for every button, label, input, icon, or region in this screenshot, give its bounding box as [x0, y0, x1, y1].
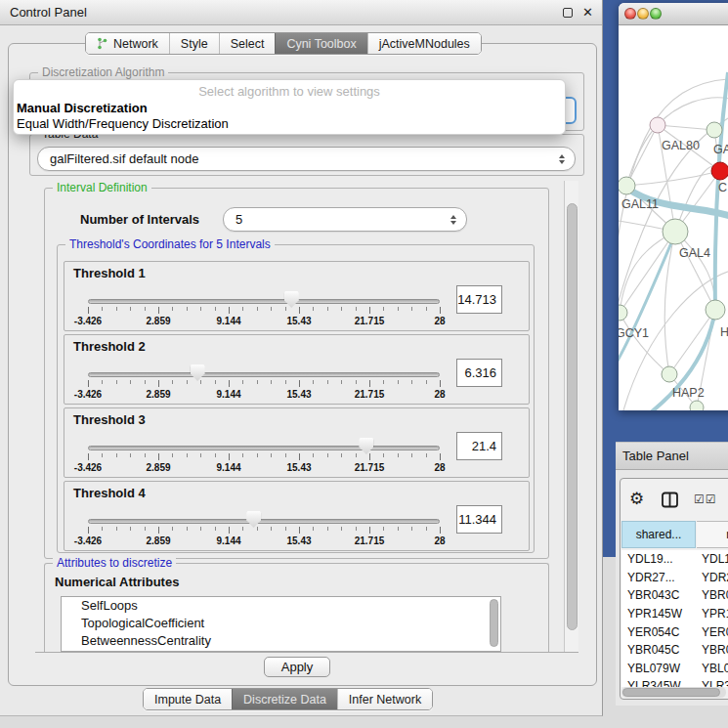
table-row[interactable]: YLR345WYLR345W — [621, 677, 728, 687]
tick-mark — [158, 380, 159, 387]
cell-name: YBL079W — [698, 662, 728, 675]
apply-button[interactable]: Apply — [264, 657, 330, 677]
tick-mark — [88, 453, 89, 460]
network-node-green[interactable] — [662, 366, 677, 382]
table-row[interactable]: YPR145WYPR145W — [621, 605, 728, 623]
column-header-shared-name[interactable]: shared... — [621, 521, 696, 548]
attribute-item[interactable]: SelfLoops — [62, 597, 500, 615]
close-icon[interactable]: ✕ — [582, 0, 593, 24]
threshold-value-field[interactable]: 14.713 — [456, 285, 502, 314]
table-data-combobox[interactable]: galFiltered.sif default node — [37, 147, 576, 171]
tick-mark — [257, 307, 258, 311]
network-node-pink[interactable] — [650, 117, 665, 133]
threshold-cards: Threshold 1 -3.4262.8599.14415.4321.7152… — [58, 245, 534, 552]
tick-mark — [172, 380, 173, 384]
algorithm-option-manual-discretization[interactable]: Manual Discretization — [17, 101, 148, 115]
slider-track[interactable] — [88, 519, 440, 524]
close-traffic-light-icon[interactable] — [624, 8, 636, 20]
algorithm-option-equal-width-frequency[interactable]: Equal Width/Frequency Discretization — [17, 116, 229, 131]
zoom-traffic-light-icon[interactable] — [650, 8, 662, 20]
table-row[interactable]: YBL079WYBL079W — [621, 660, 728, 678]
tab-jactivemnodules[interactable]: jActiveMNodules — [367, 33, 481, 54]
gear-icon[interactable]: ⚙ — [629, 490, 644, 509]
tab-network[interactable]: Network — [86, 33, 169, 54]
list-scrollbar[interactable] — [490, 599, 498, 647]
cell-shared-name: YDR27... — [621, 571, 698, 584]
network-node-red[interactable] — [711, 162, 728, 180]
tick-mark — [229, 380, 230, 387]
threshold-label: Threshold 2 — [73, 339, 146, 354]
network-node-green[interactable] — [619, 305, 627, 321]
table-rows: YDL19...YDL19...YDR27...YDR27...YBR043CY… — [621, 550, 728, 687]
tick-mark — [440, 527, 441, 534]
tab-style[interactable]: Style — [169, 33, 219, 54]
number-of-intervals-value: 5 — [236, 212, 242, 227]
threshold-card: Threshold 1 -3.4262.8599.14415.4321.7152… — [64, 261, 530, 331]
tab-label: Network — [113, 37, 158, 51]
slider-track[interactable] — [88, 446, 440, 450]
number-of-intervals-combobox[interactable]: 5 — [223, 207, 467, 232]
cell-shared-name: YER054C — [621, 625, 698, 639]
tick-label: -3.426 — [74, 389, 102, 400]
network-node-green[interactable] — [690, 401, 704, 410]
tick-mark — [145, 380, 146, 384]
vertical-scrollbar[interactable] — [564, 181, 578, 652]
network-node-green[interactable] — [619, 177, 635, 194]
tab-impute-data[interactable]: Impute Data — [144, 689, 232, 709]
table-row[interactable]: YDR27...YDR27... — [621, 569, 728, 587]
table-row[interactable]: YBR043CYBR043C — [621, 586, 728, 605]
tab-discretize-data[interactable]: Discretize Data — [232, 689, 337, 709]
network-node-green[interactable] — [663, 219, 688, 244]
interval-definition-title: Interval Definition — [53, 181, 151, 194]
float-window-icon[interactable] — [563, 8, 573, 18]
column-header-name[interactable]: na — [697, 521, 728, 548]
table-row[interactable]: YER054CYER054C — [621, 622, 728, 641]
table-row[interactable]: YBR045CYBR045C — [621, 641, 728, 660]
attributes-group-title: Attributes to discretize — [53, 556, 176, 570]
tick-mark — [426, 453, 427, 457]
attribute-item[interactable]: TopologicalCoefficient — [62, 615, 500, 632]
slider-thumb[interactable] — [284, 291, 299, 308]
threshold-value-field[interactable]: 6.316 — [456, 359, 502, 387]
network-node-label: GAL4 — [679, 246, 710, 260]
tick-mark — [215, 380, 216, 384]
horizontal-scrollbar-thumb[interactable] — [622, 688, 720, 697]
numerical-attributes-list[interactable]: SelfLoopsTopologicalCoefficientBetweenne… — [61, 596, 501, 652]
attribute-item[interactable]: BetweennessCentrality — [62, 632, 500, 650]
cell-name: YER054C — [698, 625, 728, 639]
tick-label: 9.144 — [216, 462, 240, 473]
tick-mark — [369, 453, 370, 460]
tick-mark — [313, 380, 314, 384]
horizontal-scrollbar[interactable] — [621, 687, 726, 698]
tick-mark — [242, 307, 243, 311]
table-panel-titlebar: Table Panel — [616, 442, 728, 470]
tick-mark — [411, 527, 412, 531]
tick-mark — [356, 527, 357, 531]
slider-thumb[interactable] — [359, 438, 373, 454]
threshold-value-field[interactable]: 11.344 — [456, 505, 502, 534]
columns-icon[interactable] — [661, 491, 679, 509]
threshold-value-field[interactable]: 21.4 — [456, 432, 502, 460]
tab-label: Style — [181, 37, 208, 51]
tick-mark — [257, 380, 258, 384]
slider-track[interactable] — [88, 372, 440, 377]
tab-label: Cyni Toolbox — [286, 37, 356, 51]
algorithm-placeholder-option[interactable]: Select algorithm to view settings — [14, 84, 565, 99]
tick-mark — [398, 307, 399, 311]
network-canvas[interactable]: GAL80GACGAL11GAL4GCY1HHAP2 — [619, 25, 728, 410]
threshold-card: Threshold 4 -3.4262.8599.14415.4321.7152… — [64, 481, 530, 551]
network-node-green[interactable] — [706, 300, 725, 320]
tab-select[interactable]: Select — [219, 33, 276, 54]
tick-mark — [313, 453, 314, 457]
slider-track[interactable] — [88, 299, 440, 304]
tab-infer-network[interactable]: Infer Network — [337, 689, 432, 709]
checkbox-icons[interactable]: ☑☑ — [694, 492, 717, 506]
network-node-green[interactable] — [707, 122, 722, 138]
vertical-scrollbar-thumb[interactable] — [567, 203, 578, 630]
tab-cyni-toolbox[interactable]: Cyni Toolbox — [275, 33, 366, 54]
minimize-traffic-light-icon[interactable] — [637, 8, 649, 20]
cell-name: YPR145W — [698, 607, 728, 621]
slider-thumb[interactable] — [246, 511, 261, 528]
table-row[interactable]: YDL19...YDL19... — [621, 550, 728, 569]
slider-thumb[interactable] — [191, 364, 205, 381]
